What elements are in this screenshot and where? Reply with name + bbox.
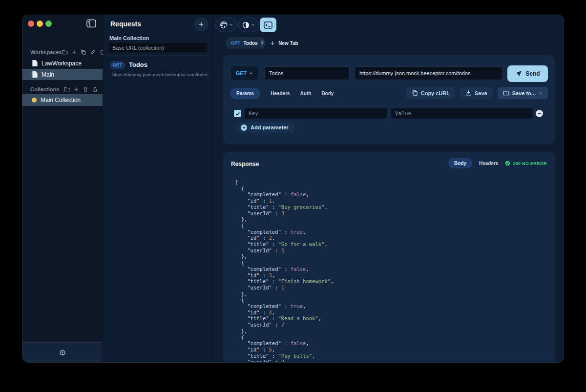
status-badge: 200 NO ERROR	[505, 161, 547, 166]
edit-icon[interactable]	[90, 49, 96, 55]
add-workspace-icon[interactable]	[71, 49, 77, 55]
method-dropdown[interactable]: GET	[231, 66, 258, 80]
send-plane-icon	[515, 70, 522, 77]
plus-circle-icon: +	[241, 124, 247, 131]
collection-label: Main Collection	[109, 35, 149, 41]
sidebar-item-main[interactable]: Main	[22, 69, 103, 80]
new-tab-button[interactable]: + New Tab	[271, 37, 298, 49]
sidebar-item-lawworkspace[interactable]: LawWorkspace	[22, 58, 103, 69]
tab-todos[interactable]: GET Todos ×	[226, 37, 266, 49]
document-icon	[32, 60, 38, 66]
theme-selector-button[interactable]	[215, 18, 237, 32]
folder-icon[interactable]	[62, 49, 68, 55]
zoom-window-button[interactable]	[45, 21, 52, 27]
method-badge: GET	[110, 61, 125, 69]
collections-section-header: Collections	[22, 85, 103, 93]
collection-dot-icon	[32, 98, 37, 103]
check-icon	[235, 111, 240, 116]
param-value-input[interactable]	[391, 108, 533, 119]
add-collection-icon[interactable]	[73, 86, 79, 92]
add-parameter-button[interactable]: + Add parameter	[236, 122, 294, 133]
save-icon	[465, 90, 472, 96]
param-enabled-checkbox[interactable]	[234, 110, 241, 117]
save-to-button[interactable]: Save to...	[498, 87, 548, 99]
tab-headers[interactable]: Headers	[271, 91, 290, 96]
request-url-input[interactable]	[355, 66, 502, 80]
response-tab-body[interactable]: Body	[448, 158, 472, 168]
sidebar-footer: ⚙	[22, 342, 103, 363]
tab-name-label: Todos	[243, 41, 257, 46]
request-list-item[interactable]: GET Todos https://dummy-json.mock.beecep…	[103, 58, 212, 88]
save-label: Save	[475, 90, 487, 96]
requests-panel: Requests + Main Collection GET Todos htt…	[103, 15, 213, 363]
base-url-input[interactable]	[109, 43, 207, 52]
param-row: −	[223, 108, 555, 119]
response-title: Response	[231, 161, 259, 167]
sidebar: Workspaces LawWorkspace Main Collections	[22, 15, 103, 363]
save-button[interactable]: Save	[460, 87, 493, 99]
delete-icon[interactable]	[83, 86, 88, 92]
tab-body[interactable]: Body	[321, 91, 334, 96]
plus-icon: +	[271, 39, 274, 47]
chevron-down-icon	[251, 23, 255, 27]
request-name-input[interactable]	[264, 66, 350, 80]
app-window: Workspaces LawWorkspace Main Collections	[22, 15, 564, 363]
document-icon	[32, 71, 38, 78]
terminal-icon	[264, 21, 272, 29]
main-area: GET Todos × + New Tab GET Send Params He…	[213, 15, 564, 363]
add-parameter-label: Add parameter	[251, 124, 289, 130]
success-check-icon	[505, 161, 510, 166]
request-subtabs: Params Headers Auth Body	[230, 87, 334, 100]
chevron-down-icon	[249, 71, 253, 75]
console-button[interactable]	[260, 18, 276, 32]
workspace-name: LawWorkspace	[42, 60, 82, 67]
appearance-mode-button[interactable]	[238, 18, 259, 32]
remove-param-button[interactable]: −	[536, 110, 543, 117]
request-url: https://dummy-json.mock.beeceptor.com/to…	[112, 72, 208, 77]
copy-curl-button[interactable]: Copy cURL	[406, 87, 455, 99]
method-value: GET	[236, 70, 247, 76]
copy-curl-label: Copy cURL	[421, 90, 450, 96]
tab-params[interactable]: Params	[230, 88, 260, 99]
response-card: Response Body Headers 200 NO ERROR [ { "…	[223, 152, 555, 363]
response-tab-headers[interactable]: Headers	[479, 161, 498, 166]
request-editor-card: GET Send Params Headers Auth Body Copy c…	[223, 55, 555, 144]
add-request-button[interactable]: +	[194, 18, 208, 31]
send-label: Send	[525, 70, 540, 77]
tab-method-label: GET	[231, 41, 240, 45]
contrast-icon	[242, 21, 250, 29]
chevron-down-icon	[539, 91, 543, 95]
send-button[interactable]: Send	[507, 65, 548, 82]
folder-icon[interactable]	[64, 86, 70, 92]
collection-name: Main Collection	[41, 97, 81, 103]
close-window-button[interactable]	[28, 21, 34, 27]
tab-auth[interactable]: Auth	[300, 91, 312, 96]
divider	[103, 55, 212, 56]
palette-icon	[220, 21, 228, 29]
status-text: 200 NO ERROR	[513, 161, 547, 166]
close-tab-icon[interactable]: ×	[261, 40, 264, 46]
settings-gear-icon[interactable]: ⚙	[59, 349, 66, 357]
request-name: Todos	[129, 61, 147, 68]
chevron-down-icon	[229, 23, 233, 27]
sidebar-toggle-icon[interactable]	[86, 19, 97, 29]
folder-icon	[503, 90, 509, 96]
response-json: [ { "completed" : false, "id" : 1, "titl…	[235, 179, 334, 363]
new-tab-label: New Tab	[278, 41, 298, 46]
request-actions: Copy cURL Save Save to...	[406, 87, 548, 99]
duplicate-icon[interactable]	[81, 49, 86, 55]
save-to-label: Save to...	[512, 90, 536, 96]
workspace-name: Main	[42, 71, 54, 78]
requests-panel-title: Requests	[110, 20, 141, 28]
workspaces-section-header: Workspaces	[22, 48, 103, 56]
clipboard-icon	[412, 90, 418, 96]
collections-label: Collections	[30, 86, 64, 92]
param-key-input[interactable]	[245, 108, 387, 119]
share-icon[interactable]	[92, 86, 98, 92]
titlebar	[22, 15, 103, 32]
workspaces-label: Workspaces	[30, 49, 62, 55]
sidebar-item-main-collection[interactable]: Main Collection	[22, 94, 103, 106]
minimize-window-button[interactable]	[37, 21, 43, 27]
response-header-right: Body Headers 200 NO ERROR	[448, 158, 547, 168]
